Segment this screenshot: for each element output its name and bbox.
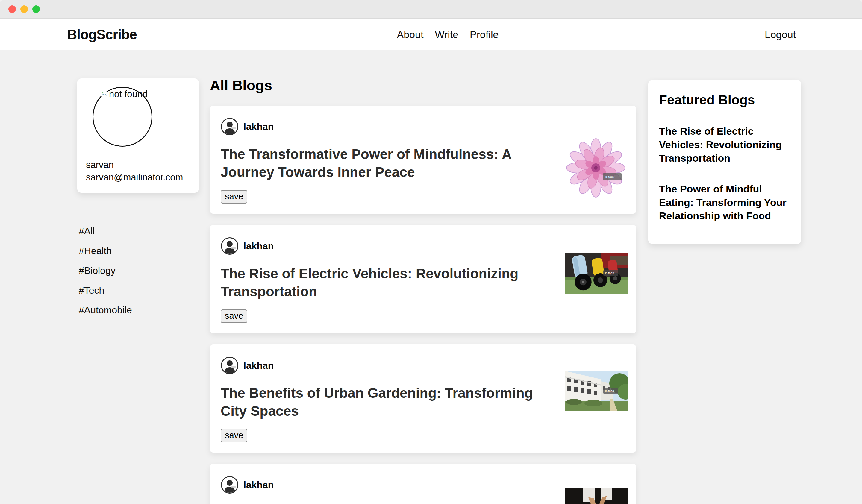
blog-card: lakhan The Rise of Electric Vehicles: Re… bbox=[210, 225, 636, 333]
tag-filter-item[interactable]: #Automobile bbox=[79, 305, 199, 316]
blog-thumbnail: iStock bbox=[565, 253, 628, 294]
user-avatar-icon bbox=[221, 118, 239, 136]
blog-thumbnail: iStock bbox=[565, 371, 628, 411]
blog-card: lakhan The Transformative Power of Mindf… bbox=[210, 106, 636, 214]
blog-card: lakhan The Power of Mindful Eating: Tran… bbox=[210, 464, 636, 504]
blog-author-name: lakhan bbox=[244, 241, 274, 252]
featured-card: Featured Blogs The Rise of Electric Vehi… bbox=[648, 80, 801, 244]
sidebar: not found sarvan sarvan@mailinator.com #… bbox=[77, 78, 199, 324]
save-button[interactable]: save bbox=[221, 190, 247, 203]
page-content: not found sarvan sarvan@mailinator.com #… bbox=[0, 50, 862, 504]
istock-watermark: iStock bbox=[603, 173, 622, 181]
svg-text:iStock: iStock bbox=[605, 175, 614, 179]
user-avatar-icon bbox=[221, 356, 239, 374]
blog-feed: All Blogs lakhan The Transformative Powe… bbox=[210, 78, 636, 504]
avatar-alt-text: not found bbox=[109, 89, 148, 100]
tag-filter-item[interactable]: #All bbox=[79, 226, 199, 237]
save-button[interactable]: save bbox=[221, 429, 247, 442]
window-titlebar bbox=[0, 0, 862, 18]
tag-link[interactable]: #Biology bbox=[79, 265, 116, 276]
close-window-button[interactable] bbox=[9, 5, 16, 13]
app-header: BlogScribe About Write Profile Logout bbox=[0, 18, 862, 50]
profile-email: sarvan@mailinator.com bbox=[86, 171, 190, 184]
user-avatar-icon bbox=[221, 237, 239, 255]
tag-filter-item[interactable]: #Tech bbox=[79, 285, 199, 296]
featured-heading: Featured Blogs bbox=[659, 92, 791, 107]
blog-list: lakhan The Transformative Power of Mindf… bbox=[210, 106, 636, 504]
brand-logo[interactable]: BlogScribe bbox=[67, 26, 137, 42]
zoom-window-button[interactable] bbox=[32, 5, 40, 13]
tag-filter-item[interactable]: #Biology bbox=[79, 265, 199, 276]
blog-thumbnail: iStock bbox=[565, 488, 628, 504]
blog-title[interactable]: The Transformative Power of Mindfulness:… bbox=[221, 145, 562, 181]
nav-item-about[interactable]: About bbox=[397, 29, 424, 40]
istock-watermark: iStock bbox=[603, 270, 618, 276]
tag-list: #All #Health #Biology #Tech #Automobile bbox=[77, 226, 199, 316]
blog-author-row: lakhan bbox=[221, 118, 626, 136]
chef-plating-photo: iStock bbox=[565, 488, 628, 504]
logout-button[interactable]: Logout bbox=[765, 29, 796, 40]
tag-link[interactable]: #Health bbox=[79, 246, 112, 256]
featured-list: The Rise of Electric Vehicles: Revolutio… bbox=[659, 116, 791, 231]
nav-item-profile[interactable]: Profile bbox=[470, 29, 498, 40]
save-button[interactable]: save bbox=[221, 309, 247, 323]
nav-item-write[interactable]: Write bbox=[435, 29, 458, 40]
user-avatar-icon bbox=[221, 476, 239, 494]
tag-link[interactable]: #Tech bbox=[79, 285, 104, 296]
svg-text:iStock: iStock bbox=[605, 389, 614, 393]
minimize-window-button[interactable] bbox=[21, 5, 28, 13]
tag-link[interactable]: #All bbox=[79, 226, 95, 236]
main-nav: About Write Profile bbox=[397, 29, 499, 40]
blog-author-row: lakhan bbox=[221, 237, 626, 255]
svg-text:iStock: iStock bbox=[605, 271, 614, 275]
blog-card: lakhan The Benefits of Urban Gardening: … bbox=[210, 344, 636, 452]
page-title: All Blogs bbox=[210, 77, 636, 94]
profile-card: not found sarvan sarvan@mailinator.com bbox=[77, 78, 199, 193]
dahlia-flower-photo: iStock bbox=[565, 138, 628, 200]
istock-watermark: iStock bbox=[603, 388, 618, 394]
tag-filter-item[interactable]: #Health bbox=[79, 246, 199, 256]
blog-author-name: lakhan bbox=[244, 360, 274, 371]
urban-garden-photo: iStock bbox=[565, 371, 628, 411]
profile-name: sarvan bbox=[86, 159, 190, 171]
blog-author-name: lakhan bbox=[244, 479, 274, 491]
blog-thumbnail: iStock bbox=[565, 138, 628, 200]
profile-avatar-broken-image: not found bbox=[92, 87, 153, 147]
featured-title[interactable]: The Power of Mindful Eating: Transformin… bbox=[659, 174, 791, 231]
featured-column: Featured Blogs The Rise of Electric Vehi… bbox=[648, 80, 801, 244]
electric-scooters-photo: iStock bbox=[565, 253, 628, 294]
broken-image-icon bbox=[101, 89, 107, 100]
blog-title[interactable]: The Rise of Electric Vehicles: Revolutio… bbox=[221, 265, 562, 301]
tag-link[interactable]: #Automobile bbox=[79, 305, 132, 316]
blog-title[interactable]: The Benefits of Urban Gardening: Transfo… bbox=[221, 384, 562, 420]
featured-title[interactable]: The Rise of Electric Vehicles: Revolutio… bbox=[659, 116, 791, 174]
blog-author-name: lakhan bbox=[244, 121, 274, 132]
